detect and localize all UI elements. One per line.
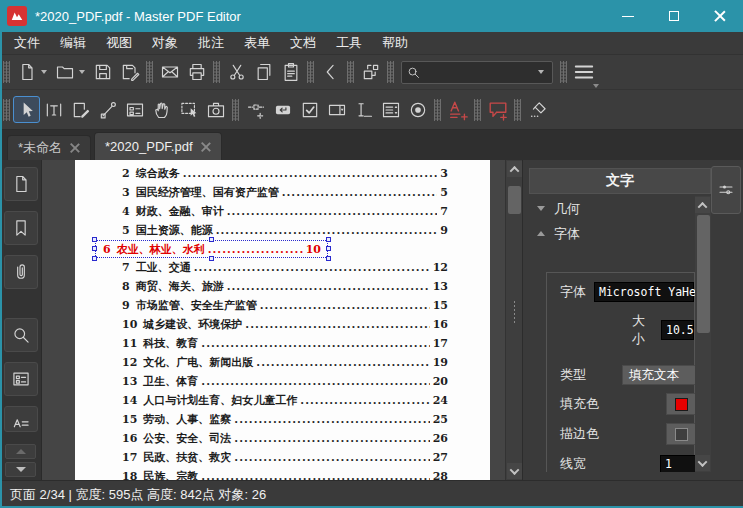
type-dropdown[interactable]: 填充文本 — [622, 365, 695, 385]
hand-tool-button[interactable] — [148, 96, 175, 123]
bookmarks-button[interactable] — [4, 211, 38, 245]
text-field-tool-button[interactable] — [350, 96, 377, 123]
callout-tool-button[interactable] — [484, 96, 511, 123]
font-size-field[interactable]: 10.5 — [661, 320, 694, 340]
radio-button-tool-button[interactable] — [404, 96, 431, 123]
close-button[interactable] — [697, 0, 743, 32]
search-input[interactable] — [421, 65, 537, 79]
page-thumbnails-button[interactable] — [4, 167, 38, 201]
add-link-tool-button[interactable] — [242, 96, 269, 123]
toc-row[interactable]: 2 综合政务 3 — [75, 164, 490, 183]
menu-item[interactable]: 视图 — [96, 32, 142, 54]
form-fields-button[interactable] — [4, 362, 38, 396]
checkbox-tool-button[interactable] — [296, 96, 323, 123]
toc-row[interactable]: 7 工业、交通 12 — [75, 258, 490, 277]
combobox-tool-button[interactable] — [323, 96, 350, 123]
open-document-button[interactable] — [51, 59, 78, 86]
edit-form-tool-button[interactable] — [121, 96, 148, 123]
panel-scrollbar-thumb[interactable] — [697, 215, 710, 333]
sidebar-scroll-up-button[interactable] — [5, 444, 36, 459]
search-panel-button[interactable] — [4, 318, 38, 352]
menu-item[interactable]: 对象 — [142, 32, 188, 54]
toc-row[interactable]: 14 人口与计划生育、妇女儿童工作 24 — [75, 391, 490, 410]
selection-handle[interactable] — [326, 246, 331, 251]
tab-untitled[interactable]: *未命名 — [7, 135, 91, 160]
toolbar-grip[interactable] — [560, 61, 567, 83]
panel-splitter-handle[interactable] — [513, 300, 516, 324]
text-annotation-tool-button[interactable] — [444, 96, 471, 123]
selection-handle[interactable] — [92, 237, 97, 242]
comments-button[interactable] — [4, 406, 38, 432]
menu-item[interactable]: 表单 — [234, 32, 280, 54]
document-view[interactable]: 2 综合政务 3 — [43, 160, 505, 480]
toolbar-grip[interactable] — [3, 99, 10, 121]
toc-row[interactable]: 12 文化、广电、新闻出版 19 — [75, 353, 490, 372]
toc-row[interactable]: 3 国民经济管理、国有资产监管 5 — [75, 183, 490, 202]
send-mail-button[interactable] — [156, 59, 183, 86]
tab-close-icon[interactable] — [201, 142, 211, 152]
toolbar-grip[interactable] — [213, 61, 220, 83]
toolbar-grip[interactable] — [387, 61, 394, 83]
save-as-button[interactable] — [116, 59, 143, 86]
toc-row[interactable]: 6 农业、林业、水利 10 — [95, 240, 328, 258]
panel-scrollbar[interactable] — [695, 196, 711, 472]
selection-handle[interactable] — [326, 256, 331, 261]
menu-item[interactable]: 帮助 — [372, 32, 418, 54]
toolbar-grip[interactable] — [434, 99, 441, 121]
stroke-color-swatch[interactable] — [666, 423, 695, 445]
edit-image-tool-button[interactable] — [67, 96, 94, 123]
toc-row[interactable]: 18 民族、宗教 28 — [75, 467, 490, 480]
tab-2020-pdf[interactable]: *2020_PDF.pdf — [94, 132, 221, 160]
toc-row[interactable]: 13 卫生、体育 20 — [75, 372, 490, 391]
toolbar-grip[interactable] — [307, 61, 314, 83]
toolbar-grip[interactable] — [146, 61, 153, 83]
cut-button[interactable] — [223, 59, 250, 86]
print-button[interactable] — [183, 59, 210, 86]
maximize-button[interactable] — [651, 0, 697, 32]
toc-row[interactable]: 17 民政、扶贫、救灾 27 — [75, 448, 490, 467]
listbox-tool-button[interactable] — [377, 96, 404, 123]
selection-handle[interactable] — [209, 256, 214, 261]
new-document-button[interactable] — [13, 59, 40, 86]
snapshot-tool-button[interactable] — [202, 96, 229, 123]
toc-row[interactable]: 10 城乡建设、环境保护 16 — [75, 315, 490, 334]
panel-scroll-up-button[interactable] — [695, 197, 710, 213]
toolbar-grip[interactable] — [232, 99, 239, 121]
scrollbar-down-button[interactable] — [507, 463, 522, 479]
eraser-tool-button[interactable] — [524, 96, 551, 123]
panel-settings-tab[interactable] — [711, 166, 741, 214]
exchange-pages-button[interactable] — [357, 59, 384, 86]
toolbar-grip[interactable] — [3, 61, 10, 83]
open-document-dropdown-icon[interactable] — [79, 70, 85, 74]
select-tool-button[interactable] — [13, 96, 40, 123]
toc-row[interactable]: 16 公安、安全、司法 26 — [75, 429, 490, 448]
selection-handle[interactable] — [92, 256, 97, 261]
section-geometry[interactable]: 几何 — [529, 196, 695, 221]
minimize-button[interactable] — [605, 0, 651, 32]
new-document-dropdown-icon[interactable] — [41, 70, 47, 74]
scrollbar-thumb[interactable] — [508, 186, 521, 214]
panel-scroll-down-button[interactable] — [695, 455, 710, 471]
menu-item[interactable]: 工具 — [326, 32, 372, 54]
menu-item[interactable]: 批注 — [188, 32, 234, 54]
toc-row[interactable]: 8 商贸、海关、旅游 13 — [75, 277, 490, 296]
menu-item[interactable]: 文件 — [4, 32, 50, 54]
toc-row[interactable]: 5 国土资源、能源 9 — [75, 221, 490, 240]
selection-handle[interactable] — [209, 237, 214, 242]
fill-color-swatch[interactable] — [666, 393, 695, 415]
tab-close-icon[interactable] — [70, 143, 80, 153]
toc-row[interactable]: 4 财政、金融、审计 7 — [75, 202, 490, 221]
attachments-button[interactable] — [4, 255, 38, 289]
toc-row[interactable]: 9 市场监管、安全生产监管 15 — [75, 296, 490, 315]
main-menu-button[interactable] — [570, 59, 597, 86]
toc-row[interactable]: 15 劳动、人事、监察 25 — [75, 410, 490, 429]
edit-path-tool-button[interactable] — [94, 96, 121, 123]
edit-text-tool-button[interactable] — [40, 96, 67, 123]
toolbar-grip[interactable] — [474, 99, 481, 121]
line-width-field[interactable]: 1 — [660, 455, 695, 472]
toolbar-grip[interactable] — [514, 99, 521, 121]
save-button[interactable] — [89, 59, 116, 86]
select-region-tool-button[interactable] — [175, 96, 202, 123]
toolbar-grip[interactable] — [347, 61, 354, 83]
selection-handle[interactable] — [326, 237, 331, 242]
